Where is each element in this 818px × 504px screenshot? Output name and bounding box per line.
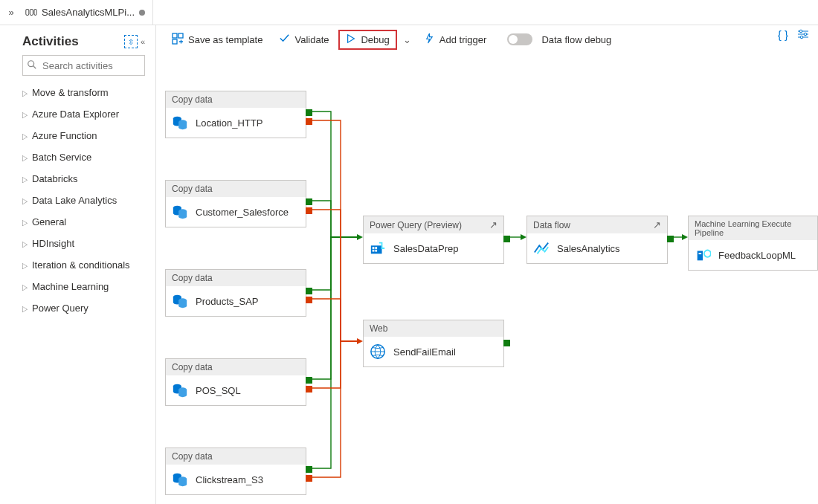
svg-marker-13 bbox=[521, 234, 526, 240]
copy-data-icon bbox=[172, 471, 188, 488]
pipeline-icon bbox=[25, 7, 37, 18]
svg-rect-29 bbox=[375, 250, 377, 252]
chevron-right-icon: ▷ bbox=[22, 218, 28, 227]
trigger-icon bbox=[424, 33, 435, 46]
category-power-query[interactable]: ▷Power Query bbox=[22, 297, 145, 319]
external-link-icon[interactable]: ↗ bbox=[653, 219, 661, 230]
category-azure-function[interactable]: ▷Azure Function bbox=[22, 125, 145, 146]
expand-activities-button[interactable]: ⇳ bbox=[124, 35, 138, 48]
svg-line-4 bbox=[33, 66, 36, 69]
add-trigger-button[interactable]: Add trigger bbox=[417, 30, 494, 49]
svg-rect-7 bbox=[173, 39, 177, 44]
category-batch-service[interactable]: ▷Batch Service bbox=[22, 146, 145, 168]
svg-marker-11 bbox=[357, 234, 363, 240]
debug-button[interactable]: Debug bbox=[338, 30, 396, 50]
svg-rect-27 bbox=[375, 247, 377, 249]
play-icon bbox=[346, 33, 356, 46]
category-hdinsight[interactable]: ▷HDInsight bbox=[22, 233, 145, 254]
node-sendfailemail[interactable]: Web SendFailEmail bbox=[363, 320, 504, 367]
search-icon bbox=[27, 59, 37, 72]
activities-title: Activities bbox=[22, 34, 79, 49]
copy-data-icon bbox=[172, 114, 188, 131]
unsaved-indicator-icon bbox=[139, 10, 145, 16]
collapse-panel-icon[interactable]: « bbox=[141, 37, 145, 46]
tab-title: SalesAnalyticsMLPi... bbox=[42, 7, 135, 18]
chevron-right-icon: ▷ bbox=[22, 304, 28, 313]
template-icon bbox=[172, 33, 184, 47]
search-input[interactable] bbox=[22, 55, 145, 76]
save-template-button[interactable]: Save as template bbox=[165, 30, 269, 50]
debug-dropdown-icon[interactable]: ⌄ bbox=[400, 34, 414, 45]
svg-marker-12 bbox=[357, 338, 363, 344]
json-view-icon[interactable]: { } bbox=[778, 28, 788, 42]
external-link-icon[interactable]: ↗ bbox=[489, 219, 497, 230]
powerquery-icon bbox=[370, 240, 386, 256]
svg-rect-0 bbox=[26, 9, 29, 15]
svg-point-9 bbox=[804, 33, 807, 36]
expand-left-icon[interactable]: » bbox=[4, 7, 18, 18]
category-databricks[interactable]: ▷Databricks bbox=[22, 168, 145, 190]
chevron-right-icon: ▷ bbox=[22, 239, 28, 248]
category-azure-data-explorer[interactable]: ▷Azure Data Explorer bbox=[22, 103, 145, 125]
chevron-right-icon: ▷ bbox=[22, 132, 28, 140]
node-feedbackloopml[interactable]: Machine Learning Execute Pipeline Feedba… bbox=[688, 216, 818, 271]
settings-sliders-icon[interactable] bbox=[797, 28, 809, 42]
svg-rect-5 bbox=[173, 33, 177, 38]
svg-marker-14 bbox=[682, 234, 688, 240]
checkmark-icon bbox=[279, 33, 290, 46]
node-location-http[interactable]: Copy data Location_HTTP bbox=[165, 91, 306, 138]
chevron-right-icon: ▷ bbox=[22, 153, 28, 162]
chevron-right-icon: ▷ bbox=[22, 196, 28, 205]
chevron-right-icon: ▷ bbox=[22, 88, 28, 97]
chevron-right-icon: ▷ bbox=[22, 282, 28, 291]
web-icon bbox=[370, 343, 386, 360]
svg-rect-2 bbox=[34, 9, 36, 15]
category-data-lake-analytics[interactable]: ▷Data Lake Analytics bbox=[22, 190, 145, 211]
category-machine-learning[interactable]: ▷Machine Learning bbox=[22, 276, 145, 297]
svg-rect-30 bbox=[699, 253, 702, 254]
category-iteration-conditionals[interactable]: ▷Iteration & conditionals bbox=[22, 254, 145, 276]
dataflow-debug-toggle[interactable]: Data flow debug bbox=[500, 30, 618, 48]
node-salesanalytics[interactable]: Data flow↗ SalesAnalytics bbox=[526, 216, 668, 264]
category-general[interactable]: ▷General bbox=[22, 211, 145, 233]
ml-icon bbox=[695, 247, 711, 263]
pipeline-canvas[interactable]: Copy data Location_HTTP Copy data Custom… bbox=[156, 54, 818, 504]
copy-data-icon bbox=[172, 382, 188, 398]
svg-rect-28 bbox=[373, 250, 375, 252]
node-customer-salesforce[interactable]: Copy data Customer_Salesforce bbox=[165, 180, 306, 227]
node-clickstream-s3[interactable]: Copy data Clickstream_S3 bbox=[165, 448, 306, 495]
svg-point-8 bbox=[799, 30, 802, 33]
chevron-right-icon: ▷ bbox=[22, 261, 28, 270]
svg-rect-1 bbox=[30, 9, 33, 15]
svg-point-3 bbox=[28, 61, 34, 67]
node-salesdataprep[interactable]: Power Query (Preview)↗ SalesDataPrep bbox=[363, 216, 504, 264]
svg-rect-26 bbox=[373, 247, 375, 249]
node-products-sap[interactable]: Copy data Products_SAP bbox=[165, 269, 306, 317]
pipeline-tab[interactable]: SalesAnalyticsMLPi... bbox=[18, 0, 153, 25]
copy-data-icon bbox=[172, 293, 188, 309]
toggle-icon bbox=[507, 33, 532, 45]
node-pos-sql[interactable]: Copy data POS_SQL bbox=[165, 358, 306, 406]
svg-rect-6 bbox=[178, 33, 183, 38]
chevron-right-icon: ▷ bbox=[22, 175, 28, 184]
dataflow-icon bbox=[533, 240, 550, 256]
validate-button[interactable]: Validate bbox=[272, 30, 335, 49]
copy-data-icon bbox=[172, 204, 188, 220]
chevron-right-icon: ▷ bbox=[22, 110, 28, 119]
category-move-transform[interactable]: ▷Move & transform bbox=[22, 82, 145, 103]
svg-point-10 bbox=[800, 36, 803, 39]
